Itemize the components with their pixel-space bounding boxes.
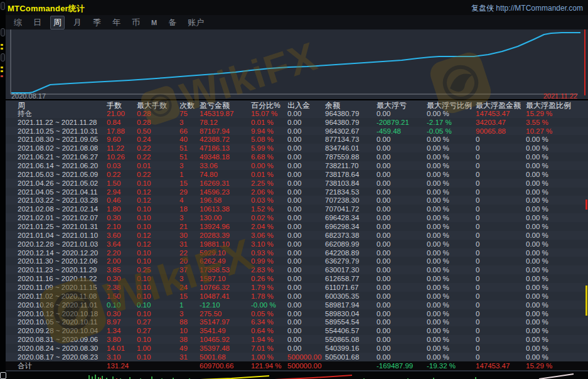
cell: 130.00 xyxy=(200,214,251,222)
table-row[interactable]: 2021.04.05 ~ 2021.04.112.940.122914596.2… xyxy=(6,188,588,196)
brand-link[interactable]: 复盘侠 http://MTCommander.com xyxy=(471,3,583,14)
menu-item-zong[interactable]: 综 xyxy=(11,16,24,29)
balance-curve-svg xyxy=(6,29,588,99)
cell: 2021.04.05 ~ 2021.04.11 xyxy=(6,188,107,196)
table-row[interactable]: 2020.10.26 ~ 2020.11.010.100.101-12.10-0… xyxy=(6,301,588,309)
table-row[interactable]: 2021.01.04 ~ 2021.01.103.600.123020283.3… xyxy=(6,231,588,240)
table-row[interactable]: 2021.05.03 ~ 2021.05.090.220.22174.800.0… xyxy=(6,170,588,179)
cell: 0.00 % xyxy=(427,162,476,169)
cell: 0 xyxy=(476,232,526,239)
table-row[interactable]: 2020.11.23 ~ 2020.11.293.850.253717358.5… xyxy=(6,265,588,274)
cell: 0.00 % xyxy=(427,275,476,282)
table-row[interactable]: 2021.01.25 ~ 2021.01.312.100.102113924.9… xyxy=(6,222,588,231)
menu-item-ri[interactable]: 日 xyxy=(31,16,44,29)
table-row[interactable]: 2021.03.22 ~ 2021.03.280.460.124196.580.… xyxy=(6,196,588,205)
cell: 721834.53 xyxy=(325,188,377,196)
table-row[interactable]: 2021.10.25 ~ 2021.10.3117.880.506687167.… xyxy=(6,127,588,136)
edge-panel-button[interactable] xyxy=(1,2,5,10)
cell: 964380.79 xyxy=(325,119,377,126)
cell: 662089.99 xyxy=(325,240,377,248)
table-row[interactable]: 2020.12.14 ~ 2020.12.202.200.10225929.10… xyxy=(6,248,588,257)
cell: 0.00 % xyxy=(526,162,588,169)
cell: 0.10 xyxy=(137,179,179,187)
cell: 0.00 % xyxy=(427,144,476,152)
cell: 0.00 xyxy=(377,136,427,143)
cell: 0.00 % xyxy=(427,196,476,204)
cell: 3.80 xyxy=(107,336,137,343)
menu-item-bei[interactable]: 备 xyxy=(166,16,179,29)
table-row[interactable]: 2021.02.01 ~ 2021.02.070.300.103130.000.… xyxy=(6,213,588,222)
edge-panel-button[interactable] xyxy=(1,28,5,36)
table-row[interactable]: 2021.04.26 ~ 2021.05.021.500.101516269.3… xyxy=(6,179,588,188)
table-row[interactable]: 2020.08.24 ~ 2020.08.3014.011.004935397.… xyxy=(6,344,588,353)
cell: 0.00 xyxy=(287,153,325,161)
cell: 9.94 % xyxy=(251,127,287,135)
cell: 0.00 xyxy=(377,144,427,152)
cell: 0.00 % xyxy=(526,344,588,352)
table-row[interactable]: 2021.06.21 ~ 2021.06.2710.260.225149348.… xyxy=(6,152,588,161)
cell: 2021.03.22 ~ 2021.03.28 xyxy=(6,196,107,204)
cell: 2.38 xyxy=(107,284,137,291)
table-row[interactable]: 2020.11.02 ~ 2020.11.081.500.101510487.4… xyxy=(6,292,588,301)
cell: 2020.09.28 ~ 2020.10.04 xyxy=(6,327,107,334)
table-row[interactable]: 2021.08.02 ~ 2021.08.0811.220.225147186.… xyxy=(6,144,588,152)
table-row[interactable]: 2020.11.30 ~ 2020.12.062.000.10206262.49… xyxy=(6,257,588,265)
cell: 0.50 xyxy=(137,127,179,135)
menu-item-zhou[interactable]: 周 xyxy=(50,16,65,29)
cell: 17358.53 xyxy=(200,266,251,274)
cell: 0.84 xyxy=(107,119,137,126)
table-row[interactable]: 持仓21.000.2875145319.8715.07 %0.00964380.… xyxy=(6,109,588,118)
table-row[interactable]: 2020.11.09 ~ 2020.11.152.380.102410766.3… xyxy=(6,283,588,292)
cell: 0 xyxy=(476,188,526,196)
table-row[interactable]: 2020.10.05 ~ 2020.10.118.970.278835147.9… xyxy=(6,318,588,326)
table-row[interactable]: 2020.08.31 ~ 2020.09.063.800.103810465.9… xyxy=(6,335,588,344)
menu-item-nian[interactable]: 年 xyxy=(110,16,123,29)
cell: 0.00 % xyxy=(427,240,476,248)
cell: 15.29 % xyxy=(526,362,588,370)
cell: 0.46 xyxy=(107,196,137,204)
menu-item-yue[interactable]: 月 xyxy=(71,16,84,29)
cell: 0 xyxy=(476,162,526,169)
table-row[interactable]: 2020.12.28 ~ 2021.01.033.640.123119881.1… xyxy=(6,240,588,248)
menu-item-zhanghu[interactable]: 账户 xyxy=(185,16,206,29)
table-total-row[interactable]: 合计131.24609700.66121.94 %500000.00-16948… xyxy=(6,361,588,370)
cell: 0.22 xyxy=(107,171,137,178)
table-row[interactable]: 2020.09.28 ~ 2020.10.041.340.27103541.49… xyxy=(6,326,588,335)
table-row[interactable]: 2020.08.17 ~ 2020.08.233.100.10315001.68… xyxy=(6,353,588,361)
table-row[interactable]: 2020.11.16 ~ 2020.11.220.300.1031587.100… xyxy=(6,274,588,283)
menu-item-bi[interactable]: 币 xyxy=(129,16,142,29)
cell: 7.01 % xyxy=(251,344,287,352)
bottom-left-box[interactable] xyxy=(0,372,6,379)
cell: 0.30 xyxy=(107,310,137,318)
table-row[interactable]: 2021.08.30 ~ 2021.09.059.600.244042388.7… xyxy=(6,135,588,144)
table-row[interactable]: 2021.11.22 ~ 2021.11.280.840.28378.120.0… xyxy=(6,118,588,127)
cell: 2020.11.02 ~ 2020.11.08 xyxy=(6,292,107,300)
cell: 0.25 xyxy=(137,266,179,274)
table-row[interactable]: 2020.10.12 ~ 2020.10.180.300.103275.500.… xyxy=(6,309,588,318)
mtcommander-window: MTCommander统计 复盘侠 http://MTCommander.com… xyxy=(0,0,588,379)
cell: 15.07 % xyxy=(251,110,287,117)
edge-panel-button[interactable] xyxy=(1,53,5,61)
menu-item-m[interactable]: M xyxy=(149,18,159,27)
cell: 0.00 % xyxy=(427,327,476,334)
cell: 196.58 xyxy=(200,196,251,204)
cell: 0.00 % xyxy=(427,284,476,291)
table-row[interactable]: 2021.06.14 ~ 2021.06.200.030.01333.060.0… xyxy=(6,161,588,170)
cell: 0 xyxy=(476,266,526,274)
cell: 3 xyxy=(179,310,200,318)
cell: 0 xyxy=(476,257,526,265)
cell: 2021.06.14 ~ 2021.06.20 xyxy=(6,162,107,169)
table-row[interactable]: 2021.02.08 ~ 2021.02.141.800.101810613.3… xyxy=(6,205,588,213)
menu-item-ji[interactable]: 季 xyxy=(90,16,104,29)
cell: 2.20 xyxy=(107,249,137,257)
cell: 88 xyxy=(179,318,200,326)
cell: 0.00 xyxy=(287,196,325,204)
app-title: MTCommander统计 xyxy=(8,3,85,14)
cell: 66 xyxy=(179,127,200,135)
cell: 0.00 xyxy=(377,310,427,318)
cell: 0.00 % xyxy=(427,292,476,300)
cell: 0.00 xyxy=(287,327,325,334)
cell: -19.32 % xyxy=(427,362,476,370)
cell: 0.00 % xyxy=(526,275,588,282)
cell: 0.01 xyxy=(137,162,179,169)
